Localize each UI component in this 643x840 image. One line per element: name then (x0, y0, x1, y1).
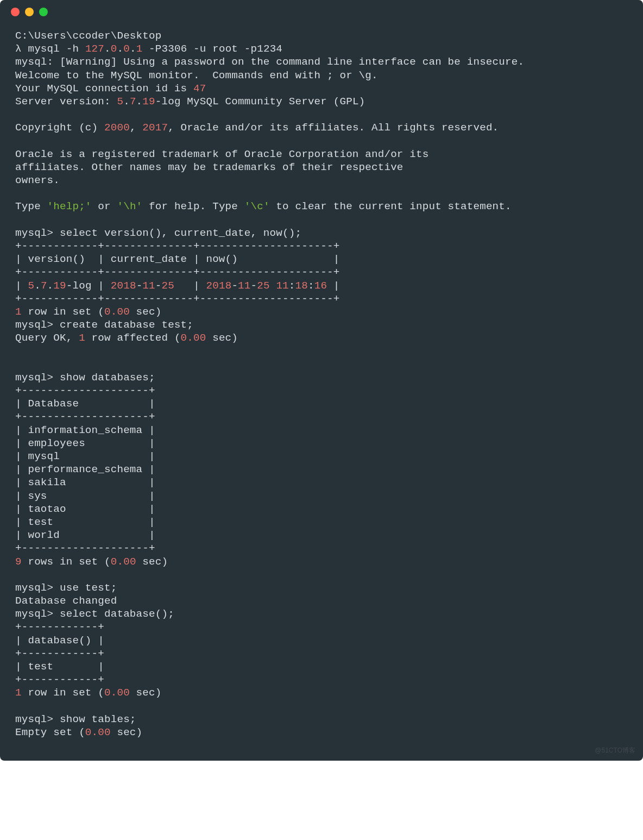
launch-cmd-suffix: -P3306 -u root -p1234 (142, 43, 282, 55)
table-row: | information_schema | (15, 424, 155, 436)
query-ok-prefix: Query OK, (15, 332, 79, 344)
sv-minor: 7 (130, 96, 136, 108)
terminal-output[interactable]: C:\Users\ccoder\Desktop λ mysql -h 127.0… (0, 24, 643, 761)
sv-major: 5 (117, 96, 123, 108)
watermark: @51CTO博客 (595, 746, 635, 755)
help-literal: '\c' (244, 200, 270, 212)
result-count: 1 (15, 306, 22, 318)
empty-set-prefix: Empty set ( (15, 726, 85, 738)
copyright-prefix: Copyright (c) (15, 122, 104, 134)
conn-id: 47 (193, 83, 206, 95)
server-prefix: Server version: (15, 96, 117, 108)
db-changed: Database changed (15, 595, 117, 607)
table-row: | (15, 280, 28, 292)
table-border: +------------+--------------+-----------… (15, 266, 339, 278)
copyright-year: 2017 (142, 122, 168, 134)
sql-prompt: mysql> show tables; (15, 713, 136, 725)
table-border: +------------+ (15, 621, 104, 633)
table-row: | test | (15, 661, 104, 673)
table-border: +--------------------+ (15, 542, 155, 554)
result-time: 0.00 (104, 306, 130, 318)
close-icon[interactable] (11, 8, 20, 16)
table-border: +------------+ (15, 648, 104, 660)
table-header: | Database | (15, 398, 155, 410)
table-header: | version() | current_date | now() | (15, 253, 339, 265)
result-time: 0.00 (111, 556, 136, 568)
sql-prompt: mysql> create database test; (15, 319, 193, 331)
table-border: +--------------------+ (15, 411, 155, 423)
ip-octet: 1 (136, 43, 143, 55)
result-count: 9 (15, 556, 22, 568)
conn-prefix: Your MySQL connection id is (15, 83, 193, 95)
ip-octet: 127 (85, 43, 104, 55)
trademark-line: owners. (15, 174, 60, 186)
result-time: 0.00 (85, 726, 111, 738)
sql-prompt: mysql> show databases; (15, 372, 155, 384)
table-border: +------------+ (15, 674, 104, 686)
table-border: +------------+--------------+-----------… (15, 240, 339, 252)
copyright-suffix: , Oracle and/or its affiliates. All righ… (168, 122, 499, 134)
sv-patch: 19 (142, 96, 155, 108)
help-literal: '\h' (117, 200, 142, 212)
table-row: | mysql | (15, 450, 155, 462)
server-suffix: -log MySQL Community Server (GPL) (155, 96, 365, 108)
table-row: | employees | (15, 437, 155, 449)
table-border: +------------+--------------+-----------… (15, 293, 339, 305)
ip-octet: 0 (123, 43, 130, 55)
result-time: 0.00 (104, 687, 130, 699)
table-row: | sakila | (15, 477, 155, 488)
launch-cmd-prefix: mysql -h (22, 43, 85, 55)
table-row: | world | (15, 529, 155, 541)
sql-prompt: mysql> select version(), current_date, n… (15, 227, 301, 239)
trademark-line: Oracle is a registered trademark of Orac… (15, 148, 428, 160)
prompt-symbol: λ (15, 43, 22, 55)
result-count: 1 (15, 687, 22, 699)
welcome-line: Welcome to the MySQL monitor. Commands e… (15, 70, 378, 82)
window-titlebar (0, 0, 643, 24)
help-prefix: Type (15, 200, 47, 212)
minimize-icon[interactable] (25, 8, 34, 16)
maximize-icon[interactable] (39, 8, 48, 16)
ip-octet: 0 (111, 43, 117, 55)
terminal-window: C:\Users\ccoder\Desktop λ mysql -h 127.0… (0, 0, 643, 761)
sql-prompt: mysql> use test; (15, 582, 117, 594)
table-border: +--------------------+ (15, 385, 155, 397)
warning-line: mysql: [Warning] Using a password on the… (15, 56, 524, 68)
table-header: | database() | (15, 635, 104, 647)
trademark-line: affiliates. Other names may be trademark… (15, 161, 404, 173)
table-row: | sys | (15, 490, 155, 502)
help-literal: 'help;' (47, 200, 92, 212)
table-row: | taotao | (15, 503, 155, 515)
table-row: | test | (15, 516, 155, 528)
copyright-year: 2000 (104, 122, 130, 134)
sql-prompt: mysql> select database(); (15, 608, 174, 620)
table-row: | performance_schema | (15, 463, 155, 475)
cwd-line: C:\Users\ccoder\Desktop (15, 30, 161, 42)
